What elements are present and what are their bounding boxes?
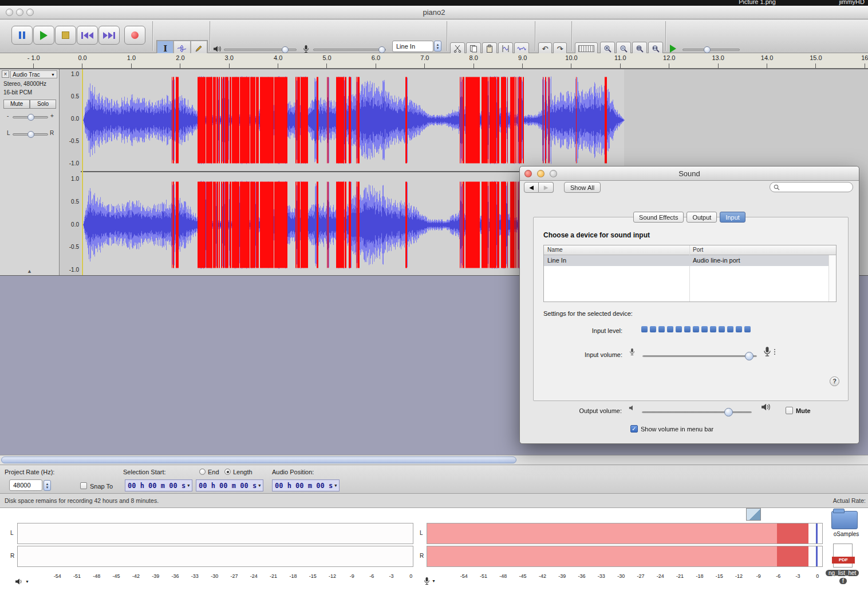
play-at-speed-button[interactable] (670, 45, 676, 53)
samples-folder-label[interactable]: oSamples (828, 531, 865, 537)
amplitude-scale-label: 1.0 (71, 176, 79, 183)
audacity-titlebar[interactable]: piano2 (0, 6, 868, 19)
db-scale-label: -33 (185, 573, 204, 579)
playback-volume-slider[interactable] (224, 49, 297, 51)
menubar-user-label: jimmyHD (839, 0, 865, 5)
silence-icon (517, 45, 526, 53)
db-scale-label: -6 (362, 573, 381, 579)
microphone-icon (424, 577, 430, 585)
back-button[interactable]: ◀ (524, 182, 539, 193)
pdf-file-label-line1[interactable]: ng_list_het (826, 570, 859, 576)
play-icon (40, 31, 48, 40)
amplitude-scale-label: 1.0 (71, 71, 79, 78)
table-scrollbar[interactable] (828, 255, 836, 302)
recording-meter-menu[interactable]: ▼ (424, 577, 436, 585)
search-input[interactable] (782, 184, 849, 191)
tab-output[interactable]: Output (686, 212, 717, 223)
horizontal-scrollbar-thumb[interactable] (1, 457, 516, 463)
show-all-button[interactable]: Show All (564, 182, 601, 193)
project-rate-combo[interactable]: 48000 (9, 479, 42, 491)
horizontal-scrollbar[interactable] (0, 455, 868, 465)
track-name-menu[interactable]: Audio Trac ▼ (10, 70, 57, 78)
forward-button[interactable]: ▶ (539, 182, 554, 193)
skip-to-start-button[interactable] (77, 26, 98, 45)
playback-volume-thumb[interactable] (282, 46, 289, 53)
length-radio[interactable] (224, 469, 231, 475)
speaker-quiet-icon (629, 404, 636, 411)
sound-tabs: Sound Effects Output Input (520, 212, 859, 223)
playback-meter-left-bar[interactable] (17, 523, 413, 544)
db-scale-label: -48 (494, 573, 513, 579)
db-scale-label: -45 (513, 573, 532, 579)
play-button[interactable] (33, 26, 54, 45)
selection-start-field[interactable]: 00 h 00 m 00 s▼ (125, 479, 192, 491)
play-speed-thumb[interactable] (704, 46, 711, 53)
mute-checkbox[interactable] (786, 407, 793, 414)
audio-position-field[interactable]: 00 h 00 m 00 s▼ (272, 479, 340, 491)
track-pan-thumb[interactable] (27, 131, 34, 138)
toolbar-separator (571, 21, 572, 51)
audacity-toolbar: I ↔ ∗ Line In ▲▼ ↶ ↷ (0, 19, 868, 53)
amplitude-scale-label: 0.0 (71, 116, 79, 122)
play-speed-slider[interactable] (682, 49, 740, 51)
recording-meter-right-bar[interactable] (427, 546, 823, 567)
device-row-line-in[interactable]: Line In Audio line-in port (544, 255, 828, 266)
level-segment (719, 326, 725, 332)
input-device-combo[interactable]: Line In (392, 41, 433, 52)
mute-button[interactable]: Mute (3, 100, 30, 109)
sound-window-title: Sound (520, 169, 859, 178)
show-volume-checkbox[interactable]: ✓ (630, 425, 638, 433)
playback-meter-menu[interactable]: ▼ (15, 578, 29, 585)
column-port[interactable]: Port (693, 247, 703, 253)
input-device-stepper[interactable]: ▲▼ (434, 41, 441, 51)
skip-to-end-button[interactable] (98, 26, 120, 45)
track-collapse-button[interactable]: ▲ (0, 268, 59, 274)
samples-folder-icon[interactable] (831, 511, 858, 529)
track-gain-slider[interactable] (13, 116, 48, 118)
output-volume-slider[interactable] (642, 411, 752, 413)
output-volume-thumb[interactable] (724, 408, 733, 416)
db-scale-label: -3 (381, 573, 401, 579)
pause-icon (19, 31, 25, 39)
clipboard-icon (486, 45, 494, 53)
playback-meter-right-bar[interactable] (17, 546, 413, 567)
end-radio[interactable] (199, 469, 206, 475)
tab-input[interactable]: Input (720, 212, 745, 223)
ruler-tick-label: 12.0 (645, 54, 693, 61)
db-scale-label: -54 (48, 573, 67, 579)
sound-titlebar[interactable]: Sound (520, 166, 859, 181)
db-scale-label: -12 (322, 573, 342, 579)
mic-menu-dots-icon[interactable] (774, 349, 775, 355)
stop-button[interactable] (55, 26, 76, 45)
snap-to-checkbox[interactable] (80, 482, 87, 489)
pause-button[interactable] (11, 26, 33, 45)
picture-file-icon[interactable] (746, 508, 761, 521)
selection-length-field[interactable]: 00 h 00 m 00 s▼ (196, 479, 263, 491)
input-volume-slider[interactable] (642, 355, 757, 357)
mute-label: Mute (796, 407, 811, 414)
pdf-file-icon[interactable]: PDF (833, 544, 853, 568)
sound-preferences-window: Sound ◀ ▶ Show All Sound Effects Output … (519, 166, 859, 444)
track-name: Audio Trac (13, 72, 40, 78)
recording-volume-thumb[interactable] (378, 46, 385, 53)
recording-meter-left-bar[interactable] (427, 523, 823, 544)
solo-button[interactable]: Solo (30, 100, 56, 109)
pdf-file-label-line2[interactable]: f (839, 578, 847, 584)
project-rate-stepper[interactable]: ▲▼ (44, 480, 51, 491)
search-field[interactable] (770, 182, 853, 192)
screen: Picture 1.png jimmyHD piano2 I ↔ ∗ Line (0, 0, 868, 595)
column-name[interactable]: Name (547, 247, 563, 253)
selection-start-value: 00 h 00 m 00 s (128, 482, 186, 490)
input-volume-thumb[interactable] (745, 352, 753, 360)
level-segment (650, 326, 656, 332)
track-gain-thumb[interactable] (27, 114, 34, 121)
tab-sound-effects[interactable]: Sound Effects (633, 212, 684, 223)
help-button[interactable]: ? (830, 376, 839, 386)
track-close-button[interactable]: × (2, 70, 9, 78)
track-pan-slider[interactable] (13, 133, 48, 136)
skip-start-icon (84, 32, 88, 39)
recording-volume-slider[interactable] (313, 49, 386, 51)
ruler-tick-label: 5.0 (302, 54, 351, 61)
timeline-ruler[interactable]: - 1.00.01.02.03.04.05.06.07.08.09.010.01… (0, 53, 868, 69)
record-button[interactable] (124, 26, 145, 45)
